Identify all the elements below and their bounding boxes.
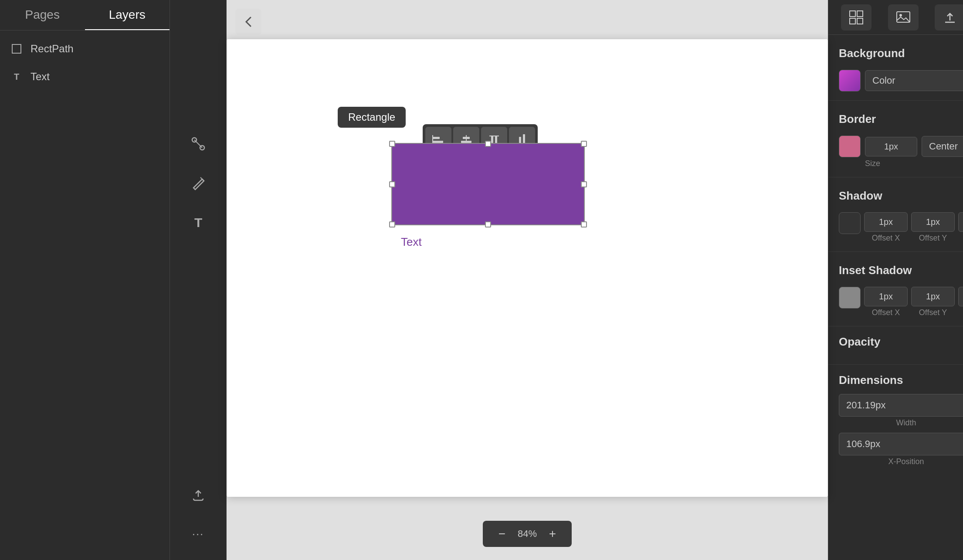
svg-rect-15 — [519, 137, 521, 144]
border-position-dropdown[interactable]: Center ▾ — [922, 136, 963, 157]
upload-button[interactable] — [935, 4, 963, 31]
shadow-blur-input[interactable]: 1px — [958, 212, 963, 232]
opacity-section: Opacity — [828, 326, 963, 365]
border-size-input[interactable]: 1px — [865, 137, 917, 156]
shadow-offset-x-label: Offset X — [872, 234, 900, 243]
inset-offset-y-label: Offset Y — [919, 308, 947, 317]
svg-rect-20 — [850, 18, 855, 24]
zoom-in-button[interactable]: + — [544, 525, 561, 543]
zoom-bar: − 84% + — [483, 521, 572, 547]
handle-mid-right[interactable] — [581, 181, 587, 187]
x-position-label: X-Position — [839, 457, 963, 466]
handle-top-center[interactable] — [485, 141, 491, 147]
back-button[interactable] — [235, 9, 261, 35]
background-title: Background — [839, 47, 905, 60]
svg-rect-0 — [12, 44, 21, 53]
inset-shadow-title: Inset Shadow — [839, 264, 912, 277]
background-color-swatch[interactable] — [839, 70, 861, 92]
opacity-title: Opacity — [839, 335, 963, 349]
grid-button[interactable] — [841, 4, 871, 31]
canvas-text-label[interactable]: Text — [401, 235, 422, 249]
shadow-title: Shadow — [839, 189, 882, 203]
border-size-label: Size — [839, 159, 963, 168]
dimensions-section: Dimensions Width Height X-Position — [828, 365, 963, 480]
svg-point-23 — [899, 14, 902, 17]
background-section: Background + Color ▾ ✓ — [828, 35, 963, 101]
layer-list: RectPath T Text — [0, 31, 170, 95]
svg-text:T: T — [194, 215, 202, 230]
svg-rect-21 — [857, 18, 863, 24]
zoom-out-button[interactable]: − — [493, 525, 511, 543]
shadow-offset-y-label: Offset Y — [919, 234, 947, 243]
node-tool[interactable] — [181, 126, 216, 161]
text-tool[interactable]: T — [181, 205, 216, 240]
panel-toolbar: i — [828, 0, 963, 35]
svg-rect-6 — [433, 137, 440, 139]
more-tool[interactable]: ··· — [181, 516, 216, 551]
sidebar-tabs: Pages Layers — [0, 0, 170, 31]
width-input[interactable] — [839, 394, 963, 417]
pen-tool[interactable] — [181, 166, 216, 200]
svg-rect-12 — [491, 136, 493, 143]
inset-offset-x-input[interactable]: 1px — [864, 287, 908, 306]
selected-rect[interactable] — [392, 144, 584, 224]
text-layer-icon: T — [9, 69, 24, 85]
handle-top-right[interactable] — [581, 141, 587, 147]
zoom-level: 84% — [518, 528, 537, 540]
handle-bot-left[interactable] — [389, 221, 395, 227]
handle-bot-right[interactable] — [581, 221, 587, 227]
rectangle-large-tool[interactable] — [181, 9, 216, 44]
inset-offset-x-label: Offset X — [872, 308, 900, 317]
svg-rect-18 — [850, 11, 855, 17]
svg-rect-16 — [523, 134, 525, 144]
upload-tool[interactable] — [181, 477, 216, 512]
x-position-input[interactable] — [839, 433, 963, 455]
left-sidebar: Pages Layers RectPath T Text — [0, 0, 170, 560]
handle-bot-center[interactable] — [485, 221, 491, 227]
canvas: Rectangle — [227, 39, 828, 497]
inset-shadow-section: Inset Shadow + 1px Offset X 1px Offset Y… — [828, 252, 963, 326]
handle-mid-left[interactable] — [389, 181, 395, 187]
dimensions-title: Dimensions — [839, 373, 903, 387]
shape-tooltip: Rectangle — [338, 107, 406, 128]
shadow-color-swatch[interactable] — [839, 212, 861, 234]
layer-item-text[interactable]: T Text — [0, 63, 170, 91]
background-type-dropdown[interactable]: Color ▾ — [865, 70, 963, 91]
layer-item-rectpath[interactable]: RectPath — [0, 35, 170, 63]
selection-border — [391, 143, 585, 225]
inset-offset-y-input[interactable]: 1px — [911, 287, 955, 306]
image-button[interactable] — [888, 4, 919, 31]
inset-blur-input[interactable]: 1px — [958, 287, 963, 306]
rectangle-small-tool[interactable] — [181, 48, 216, 83]
tab-layers[interactable]: Layers — [85, 0, 170, 30]
svg-line-3 — [194, 140, 202, 148]
border-section: Border + 1px Center ▾ Size — [828, 101, 963, 177]
inset-shadow-color-swatch[interactable] — [839, 287, 861, 309]
right-panel: i Background + Color ▾ ✓ Border + 1px — [828, 0, 963, 560]
shadow-offset-y-input[interactable]: 1px — [911, 212, 955, 232]
border-title: Border — [839, 112, 876, 126]
border-color-swatch[interactable] — [839, 136, 861, 157]
shadow-section: Shadow + 1px Offset X 1px Offset Y 1px B… — [828, 177, 963, 252]
width-label: Width — [839, 418, 963, 428]
shadow-offset-x-input[interactable]: 1px — [864, 212, 908, 232]
canvas-area: Rectangle — [227, 0, 828, 560]
tool-sidebar: T ··· — [170, 0, 227, 560]
tab-pages[interactable]: Pages — [0, 0, 85, 30]
svg-rect-19 — [857, 11, 863, 17]
rect-icon — [9, 41, 24, 57]
handle-top-left[interactable] — [389, 141, 395, 147]
svg-rect-7 — [433, 141, 443, 143]
ellipse-tool[interactable] — [181, 87, 216, 122]
